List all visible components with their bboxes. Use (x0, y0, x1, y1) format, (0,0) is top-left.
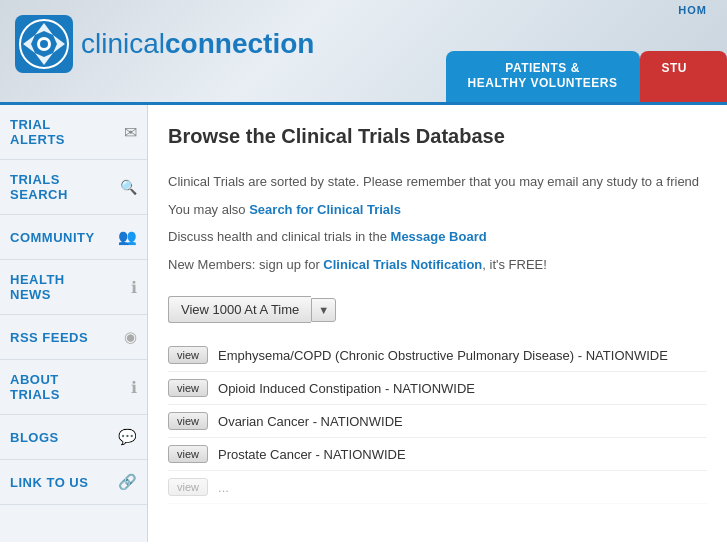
sidebar-item-link-to-us[interactable]: LINK TO US (0, 460, 147, 505)
info-icon-about (109, 377, 137, 397)
notification-link[interactable]: Clinical Trials Notification (323, 257, 482, 272)
view-trial-btn-4[interactable]: view (168, 478, 208, 496)
search-icon (109, 177, 137, 197)
sidebar-item-blogs[interactable]: BLOGS (0, 415, 147, 460)
trial-name-3: Prostate Cancer - NATIONWIDE (218, 447, 406, 462)
intro-text: Clinical Trials are sorted by state. Ple… (168, 172, 707, 192)
view-trial-btn-3[interactable]: view (168, 445, 208, 463)
rss-icon (109, 327, 137, 347)
view-trial-btn-0[interactable]: view (168, 346, 208, 364)
sidebar-item-rss-feeds[interactable]: RSS FEEDS (0, 315, 147, 360)
main-content: Browse the Clinical Trials Database Clin… (148, 105, 727, 542)
trial-name-1: Opioid Induced Constipation - NATIONWIDE (218, 381, 475, 396)
message-board-text: Discuss health and clinical trials in th… (168, 227, 707, 247)
layout: TRIAL ALERTS TRIALS SEARCH COMMUNITY HEA… (0, 105, 727, 542)
community-icon (109, 227, 137, 247)
view-trial-btn-2[interactable]: view (168, 412, 208, 430)
table-row: view Ovarian Cancer - NATIONWIDE (168, 405, 707, 438)
students-tab[interactable]: STU (640, 51, 728, 102)
trial-name-2: Ovarian Cancer - NATIONWIDE (218, 414, 403, 429)
table-row: view Prostate Cancer - NATIONWIDE (168, 438, 707, 471)
view-button[interactable]: View 1000 At A Time (168, 296, 311, 323)
table-row-partial: view ... (168, 471, 707, 504)
table-row: view Opioid Induced Constipation - NATIO… (168, 372, 707, 405)
svg-point-7 (40, 40, 48, 48)
trial-name-4: ... (218, 480, 229, 495)
view-trial-btn-1[interactable]: view (168, 379, 208, 397)
logo-text: clinicalconnection (81, 28, 314, 60)
page-title: Browse the Clinical Trials Database (168, 125, 707, 154)
search-link-text: You may also Search for Clinical Trials (168, 200, 707, 220)
notification-text: New Members: sign up for Clinical Trials… (168, 255, 707, 275)
nav-tabs: PATIENTS & HEALTHY VOLUNTEERS STU (446, 51, 727, 102)
header: HOM clinicalconnection PATIENTS & HEALTH… (0, 0, 727, 105)
logo-icon (15, 15, 73, 73)
sidebar-item-health-news[interactable]: HEALTH NEWS (0, 260, 147, 315)
sidebar-item-about-trials[interactable]: ABOUT TRIALS (0, 360, 147, 415)
trial-name-0: Emphysema/COPD (Chronic Obstructive Pulm… (218, 348, 668, 363)
sidebar-item-community[interactable]: COMMUNITY (0, 215, 147, 260)
table-row: view Emphysema/COPD (Chronic Obstructive… (168, 339, 707, 372)
view-dropdown-arrow[interactable]: ▼ (311, 298, 336, 322)
sidebar-item-trial-alerts[interactable]: TRIAL ALERTS (0, 105, 147, 160)
sidebar-item-trials-search[interactable]: TRIALS SEARCH (0, 160, 147, 215)
info-icon-health (109, 277, 137, 297)
home-link[interactable]: HOM (678, 4, 707, 16)
link-icon (109, 472, 137, 492)
mail-icon (109, 122, 137, 142)
patients-tab[interactable]: PATIENTS & HEALTHY VOLUNTEERS (446, 51, 640, 102)
sidebar: TRIAL ALERTS TRIALS SEARCH COMMUNITY HEA… (0, 105, 148, 542)
search-link[interactable]: Search for Clinical Trials (249, 202, 401, 217)
message-board-link[interactable]: Message Board (391, 229, 487, 244)
view-dropdown: View 1000 At A Time ▼ (168, 296, 336, 323)
blog-icon (109, 427, 137, 447)
